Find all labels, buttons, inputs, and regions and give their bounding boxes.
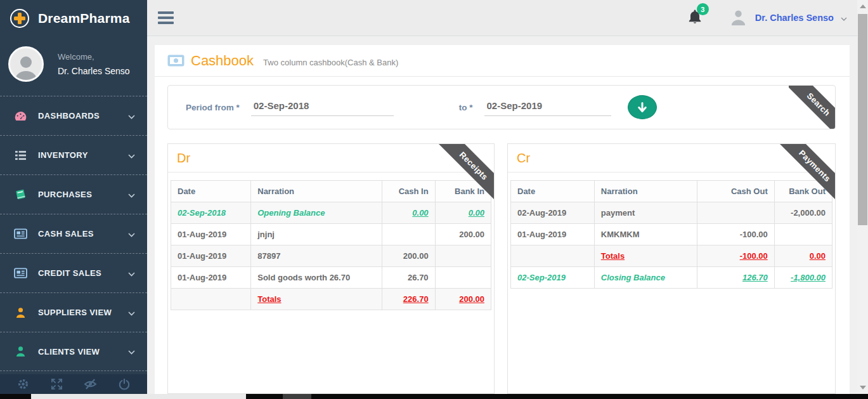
cell-bank-in [435, 267, 491, 289]
totals-link[interactable]: Totals [257, 294, 281, 304]
cell-cash-out: -100.00 [697, 224, 775, 245]
cell-bank-in: 200.00 [435, 224, 491, 245]
settings-icon[interactable] [17, 378, 29, 390]
cell-date: 01-Aug-2019 [171, 267, 251, 289]
dr-col-bank-in: Bank In [435, 181, 491, 202]
totals-cash-in-link[interactable]: 226.70 [403, 294, 429, 304]
sidebar-item-credit-sales[interactable]: CREDIT SALES [0, 253, 147, 292]
sidebar-item-label: SUPPLIERS VIEW [38, 308, 128, 317]
dr-receipts-card: Dr Receipts Date Narration Cash In Bank … [167, 143, 495, 394]
search-ribbon: Search [789, 85, 836, 129]
main-content: Cashbook Two column cashbook(Cash & Bank… [147, 37, 857, 394]
taskbar-segment [283, 394, 311, 399]
period-from-label: Period from * [186, 103, 240, 112]
chevron-down-icon [128, 110, 135, 122]
period-filter-card: Period from * to * Search [167, 85, 836, 129]
sidebar-item-label: INVENTORY [38, 150, 128, 160]
chevron-down-icon [128, 307, 135, 318]
sidebar-item-clients-view[interactable]: CLIENTS VIEW [0, 332, 147, 371]
table-row: 01-Aug-2019 KMKMKM -100.00 [511, 224, 832, 245]
page-title: Cashbook [191, 53, 254, 69]
sidebar-item-inventory[interactable]: INVENTORY [0, 135, 147, 174]
user-icon [13, 346, 27, 357]
table-row: 02-Aug-2019 payment -2,000.00 [511, 202, 832, 224]
chevron-down-icon [128, 268, 135, 279]
table-row-closing-balance: 02-Sep-2019 Closing Balance 126.70 -1,80… [511, 267, 832, 289]
cell-date: 01-Aug-2019 [511, 224, 595, 245]
notification-badge: 3 [697, 3, 709, 15]
sidebar-nav: DASHBOARDS INVENTORY [0, 96, 147, 371]
totals-bank-out-link[interactable]: 0.00 [810, 251, 826, 261]
user-menu[interactable]: Dr. Charles Senso [755, 13, 847, 23]
sidebar-item-label: CLIENTS VIEW [38, 347, 128, 356]
totals-bank-in-link[interactable]: 200.00 [459, 294, 484, 304]
content-panel: Cashbook Two column cashbook(Cash & Bank… [155, 45, 850, 394]
sidebar-item-suppliers-view[interactable]: SUPPLIERS VIEW [0, 292, 147, 332]
sidebar-item-purchases[interactable]: PURCHASES [0, 174, 147, 214]
chevron-down-icon [128, 346, 135, 357]
book-icon [13, 188, 27, 200]
cell-cash-in: 200.00 [382, 245, 435, 267]
newspaper-icon [13, 228, 27, 239]
period-from-input[interactable] [251, 99, 394, 116]
table-row-totals: Totals -100.00 0.00 [511, 245, 832, 267]
expand-icon[interactable] [51, 378, 63, 390]
chevron-down-icon [128, 150, 135, 161]
table-row: 01-Aug-2019 Sold goods worth 26.70 26.70 [171, 267, 491, 289]
cr-table: Date Narration Cash Out Bank Out 02-Aug-… [510, 180, 832, 289]
cell-date: 01-Aug-2019 [171, 224, 251, 245]
dr-col-cash-in: Cash In [382, 181, 435, 202]
tachometer-icon [13, 110, 27, 122]
totals-cash-out-link[interactable]: -100.00 [740, 251, 768, 261]
search-submit-button[interactable] [628, 95, 657, 119]
sidebar-item-cash-sales[interactable]: CASH SALES [0, 214, 147, 253]
hide-sidebar-icon[interactable] [84, 378, 97, 390]
vertical-scrollbar [857, 0, 868, 394]
brand: DreamPharma [0, 0, 147, 36]
avatar [8, 46, 44, 82]
power-icon[interactable] [119, 378, 130, 390]
table-row-totals: Totals 226.70 200.00 [171, 289, 491, 310]
money-bill-icon [167, 54, 185, 67]
cell-bank-in-link[interactable]: 0.00 [469, 208, 484, 218]
scrollbar-down-arrow[interactable] [860, 386, 866, 389]
cr-card-title: Cr [508, 144, 835, 173]
chevron-down-icon [128, 189, 135, 200]
user-menu-name: Dr. Charles Senso [755, 13, 834, 23]
cell-cash-out [697, 202, 775, 224]
cell-cash-in-link[interactable]: 0.00 [412, 208, 428, 218]
sidebar-item-label: CASH SALES [38, 229, 128, 239]
menu-toggle-icon[interactable] [158, 9, 174, 27]
dr-col-narration: Narration [251, 181, 382, 202]
period-to-label: to * [459, 103, 473, 112]
cell-bank-out: -2,000.00 [774, 202, 832, 224]
cell-bank-out [774, 224, 832, 245]
cell-cash-out-link[interactable]: 126.70 [742, 273, 768, 282]
cell-date: 02-Aug-2019 [511, 202, 595, 224]
cr-header-row: Date Narration Cash Out Bank Out [511, 181, 832, 202]
user-icon [13, 307, 27, 318]
welcome-text: Welcome, [58, 52, 130, 62]
cell-bank-in [435, 245, 491, 267]
brand-name: DreamPharma [38, 11, 130, 26]
sidebar-item-dashboards[interactable]: DASHBOARDS [0, 96, 147, 135]
chevron-down-icon [128, 228, 135, 240]
cell-bank-out-link[interactable]: -1,800.00 [791, 273, 826, 282]
notifications-button[interactable]: 3 [688, 9, 702, 27]
cell-narration: KMKMKM [594, 224, 697, 245]
cell-narration: Sold goods worth 26.70 [251, 267, 382, 289]
dr-table: Date Narration Cash In Bank In 02-Sep-20… [171, 180, 491, 310]
scrollbar-up-arrow[interactable] [860, 4, 866, 8]
dr-header-row: Date Narration Cash In Bank In [171, 181, 491, 202]
scrollbar-thumb[interactable] [858, 14, 867, 225]
cell-date [171, 289, 251, 310]
topbar: 3 Dr. Charles Senso [147, 0, 857, 36]
period-to-input[interactable] [484, 99, 611, 116]
sidebar-profile: Welcome, Dr. Charles Senso [0, 36, 147, 96]
cell-narration: Opening Balance [251, 202, 382, 224]
sidebar-item-label: DASHBOARDS [38, 111, 128, 121]
totals-link[interactable]: Totals [601, 251, 625, 261]
taskbar-strip [0, 394, 868, 399]
cr-payments-card: Cr Payments Date Narration Cash Out Bank… [507, 143, 836, 394]
cell-narration: Closing Balance [594, 267, 697, 289]
